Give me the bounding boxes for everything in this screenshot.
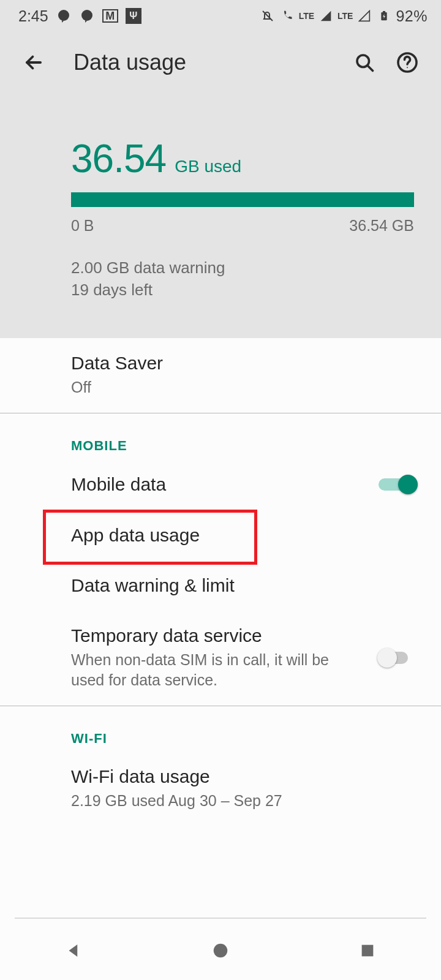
mobile-data-toggle[interactable] [379,473,414,496]
volte-icon [279,8,295,24]
section-header-mobile: MOBILE [0,413,441,459]
usage-days-left: 19 days left [71,279,419,301]
svg-point-1 [81,10,92,21]
messenger-icon [79,8,95,24]
usage-amount: 36.54 [71,136,166,181]
item-data-warning-limit[interactable]: Data warning & limit [0,560,441,611]
nav-back-button[interactable] [37,932,110,969]
data-warning-limit-title: Data warning & limit [71,575,419,596]
usage-summary: 36.54 GB used 0 B 36.54 GB 2.00 GB data … [0,93,441,338]
nav-home-button[interactable] [184,932,257,969]
temp-service-title: Temporary data service [71,625,379,646]
svg-rect-3 [383,11,385,13]
item-app-data-usage[interactable]: App data usage [0,510,441,560]
svg-point-7 [214,944,228,958]
item-temp-data-service[interactable]: Temporary data service When non-data SIM… [0,611,441,706]
data-saver-title: Data Saver [71,353,419,374]
item-data-saver[interactable]: Data Saver Off [0,338,441,413]
item-mobile-data[interactable]: Mobile data [0,459,441,510]
svg-point-6 [407,67,408,68]
usb-icon: Ψ [126,8,141,24]
lte-label-2: LTE [337,11,353,21]
gmail-icon: M [102,9,118,23]
svg-rect-8 [362,945,374,957]
wifi-usage-title: Wi-Fi data usage [71,766,419,787]
svg-point-0 [58,10,69,21]
battery-charging-icon [376,8,392,24]
usage-bar-min: 0 B [71,217,94,235]
section-header-wifi: WI-FI [0,706,441,752]
status-time: 2:45 [18,7,48,25]
wifi-usage-detail: 2.19 GB used Aug 30 – Sep 27 [71,791,359,812]
temp-service-desc: When non-data SIM is in call, it will be… [71,650,359,692]
signal-icon [318,8,334,24]
back-button[interactable] [18,47,49,78]
battery-percent: 92% [396,7,428,25]
usage-warning-text: 2.00 GB data warning [71,257,419,279]
status-bar: 2:45 M Ψ LTE LTE 92% [0,0,441,32]
nav-recent-button[interactable] [331,932,404,969]
mobile-data-title: Mobile data [71,474,379,495]
nav-separator [15,918,426,919]
signal-empty-icon [356,8,372,24]
usage-progress-bar [71,192,414,207]
data-saver-status: Off [71,377,359,398]
app-toolbar: Data usage [0,32,441,93]
usage-bar-max: 36.54 GB [349,217,414,235]
page-title: Data usage [74,50,338,75]
lte-label-1: LTE [299,11,314,21]
messenger-icon [56,8,72,24]
system-nav-bar [0,921,441,980]
search-button[interactable] [348,46,381,79]
app-data-usage-title: App data usage [71,525,419,546]
usage-unit: GB used [175,157,241,176]
dnd-off-icon [260,8,276,24]
status-left: 2:45 M Ψ [18,7,141,25]
usage-bar-labels: 0 B 36.54 GB [71,217,414,235]
help-button[interactable] [391,46,424,79]
status-right: LTE LTE 92% [260,7,428,25]
temp-service-toggle[interactable] [379,647,414,669]
item-wifi-data-usage[interactable]: Wi-Fi data usage 2.19 GB used Aug 30 – S… [0,752,441,826]
